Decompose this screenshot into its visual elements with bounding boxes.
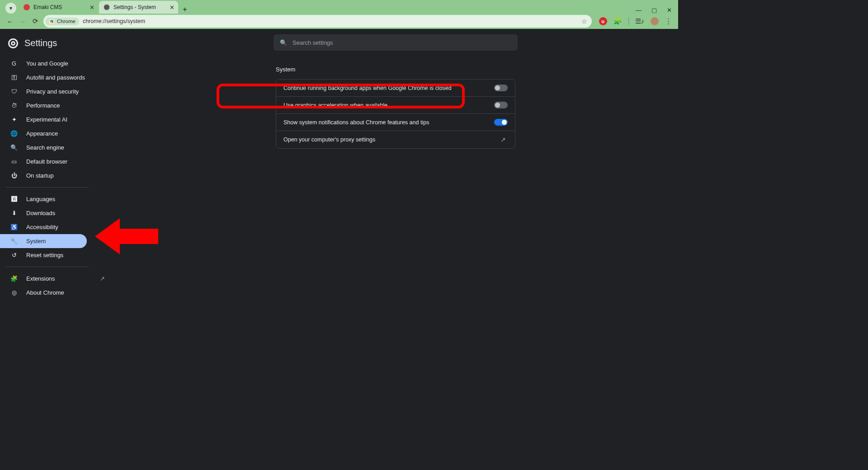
sidebar-item-autofill[interactable]: ⚿Autofill and passwords [0, 70, 87, 85]
favicon-emaki [24, 4, 30, 10]
system-card: Continue running background apps when Go… [276, 79, 515, 149]
back-button[interactable]: ← [4, 18, 16, 25]
tab-settings[interactable]: Settings - System ✕ [99, 1, 178, 14]
external-link-icon: ↗ [100, 275, 105, 282]
settings-sidebar: Settings GYou and Google ⚿Autofill and p… [0, 29, 113, 367]
bookmark-star-icon[interactable]: ☆ [581, 18, 587, 25]
row-label: Continue running background apps when Go… [283, 85, 452, 91]
close-tab-icon[interactable]: ✕ [90, 4, 94, 11]
sidebar-item-system[interactable]: 🔧System [0, 234, 87, 248]
row-label: Show system notifications about Chrome f… [283, 119, 429, 126]
sidebar-item-you-and-google[interactable]: GYou and Google [0, 56, 87, 70]
maximize-button[interactable]: ▢ [651, 7, 657, 14]
shield-icon: 🛡 [10, 88, 18, 95]
settings-brand: Settings [0, 35, 113, 56]
section-title: System [276, 66, 515, 73]
sidebar-item-search-engine[interactable]: 🔍Search engine [0, 141, 87, 155]
search-icon: 🔍 [10, 144, 18, 151]
power-icon: ⏻ [10, 172, 18, 179]
reading-list-icon[interactable]: ☰♪ [635, 17, 645, 25]
kebab-menu-icon[interactable]: ⋮ [665, 17, 672, 25]
sidebar-separator [5, 187, 89, 188]
sparkle-icon: ✦ [10, 116, 18, 123]
toggle-system-notifications[interactable] [494, 119, 508, 126]
row-label: Open your computer's proxy settings [283, 136, 375, 143]
accessibility-icon: ♿ [10, 224, 18, 230]
sidebar-item-performance[interactable]: ⏱Performance [0, 99, 87, 113]
key-icon: ⚿ [10, 74, 18, 81]
sidebar-item-on-startup[interactable]: ⏻On startup [0, 169, 87, 183]
tab-title: Settings - System [113, 4, 156, 10]
extension-badge[interactable]: u [599, 17, 607, 25]
sidebar-separator [5, 267, 89, 267]
wrench-icon: 🔧 [10, 238, 18, 244]
tab-search-dropdown[interactable]: ▾ [5, 3, 16, 14]
sidebar-item-accessibility[interactable]: ♿Accessibility [0, 220, 87, 234]
browser-chrome: ▾ Emaki CMS ✕ Settings - System ✕ + — ▢ … [0, 0, 678, 29]
separator [628, 17, 629, 25]
new-tab-button[interactable]: + [179, 5, 191, 14]
row-background-apps[interactable]: Continue running background apps when Go… [276, 80, 515, 96]
globe-icon: 🌐 [10, 130, 18, 137]
external-link-icon: ↗ [500, 136, 508, 143]
favicon-settings-icon [104, 4, 110, 10]
address-chip: Chrome [45, 18, 79, 25]
address-url: chrome://settings/system [83, 18, 145, 24]
row-graphics-acceleration[interactable]: Use graphics acceleration when available [276, 96, 515, 113]
sidebar-item-reset[interactable]: ↺Reset settings [0, 248, 87, 262]
sidebar-item-extensions[interactable]: 🧩Extensions↗ [0, 272, 87, 286]
toggle-background-apps[interactable] [494, 85, 508, 91]
settings-search[interactable]: 🔍 Search settings [274, 34, 518, 51]
speedometer-icon: ⏱ [10, 102, 18, 109]
sidebar-item-experimental-ai[interactable]: ✦Experimental AI [0, 113, 87, 127]
reset-icon: ↺ [10, 252, 18, 258]
profile-avatar[interactable] [651, 17, 659, 25]
toolbar: ← → ⟳ Chrome chrome://settings/system ☆ … [0, 14, 678, 29]
sidebar-item-appearance[interactable]: 🌐Appearance [0, 127, 87, 141]
tab-strip: ▾ Emaki CMS ✕ Settings - System ✕ + — ▢ … [0, 0, 678, 14]
search-placeholder: Search settings [292, 39, 333, 46]
chrome-outline-icon: ◎ [10, 289, 18, 296]
reload-button[interactable]: ⟳ [29, 17, 42, 25]
settings-title: Settings [24, 38, 57, 48]
settings-page: Settings GYou and Google ⚿Autofill and p… [0, 29, 678, 367]
puzzle-icon: 🧩 [10, 275, 18, 282]
settings-content: 🔍 Search settings System Continue runnin… [113, 29, 678, 367]
close-tab-icon[interactable]: ✕ [170, 4, 175, 11]
translate-icon: 🅰 [10, 196, 18, 202]
row-proxy-settings[interactable]: Open your computer's proxy settings ↗ [276, 131, 515, 148]
address-chip-label: Chrome [57, 19, 75, 24]
sidebar-item-privacy[interactable]: 🛡Privacy and security [0, 85, 87, 99]
window-icon: ▭ [10, 158, 18, 165]
sidebar-item-languages[interactable]: 🅰Languages [0, 192, 87, 206]
chrome-icon [49, 19, 55, 24]
row-label: Use graphics acceleration when available [283, 102, 387, 108]
close-window-button[interactable]: ✕ [667, 7, 672, 14]
sidebar-item-default-browser[interactable]: ▭Default browser [0, 155, 87, 169]
address-bar[interactable]: Chrome chrome://settings/system ☆ [43, 15, 592, 28]
google-g-icon: G [10, 60, 18, 67]
row-system-notifications[interactable]: Show system notifications about Chrome f… [276, 113, 515, 131]
sidebar-item-about[interactable]: ◎About Chrome [0, 286, 87, 300]
tab-title: Emaki CMS [33, 4, 62, 10]
toolbar-icons: u 🧩 ☰♪ ⋮ [594, 17, 675, 25]
sidebar-item-downloads[interactable]: ⬇Downloads [0, 206, 87, 220]
tab-emaki[interactable]: Emaki CMS ✕ [19, 1, 98, 14]
window-controls: — ▢ ✕ [636, 7, 678, 14]
toggle-graphics-acceleration[interactable] [494, 102, 508, 108]
chrome-logo-icon [8, 38, 18, 48]
minimize-button[interactable]: — [636, 7, 642, 14]
extensions-icon[interactable]: 🧩 [613, 17, 622, 25]
download-icon: ⬇ [10, 210, 18, 216]
forward-button[interactable]: → [16, 18, 29, 25]
search-icon: 🔍 [280, 39, 287, 46]
